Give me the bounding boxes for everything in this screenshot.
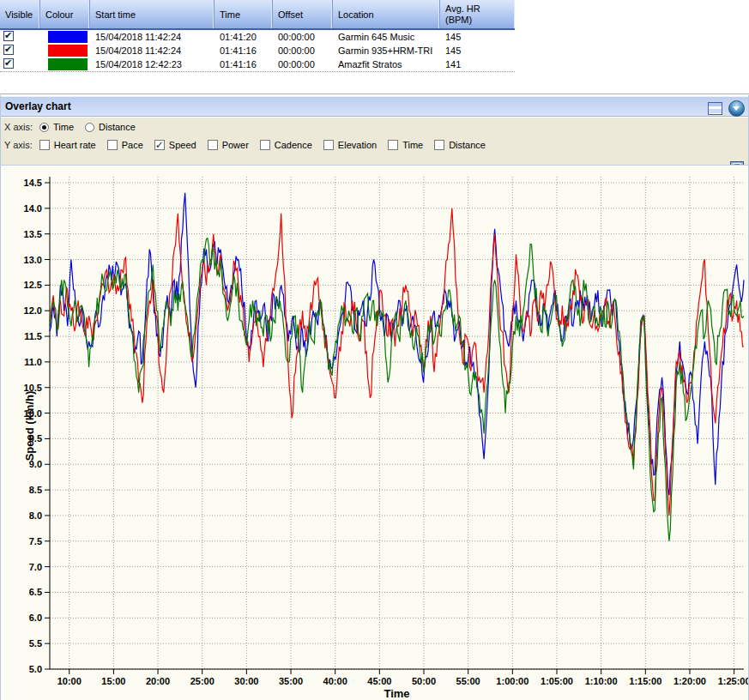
- series-line-amazfit-stratos: [50, 238, 744, 541]
- visible-checkbox[interactable]: [3, 45, 14, 55]
- radio-button[interactable]: [39, 123, 49, 132]
- x-axis-title: Time: [384, 687, 409, 700]
- y-axis-option-power[interactable]: Power: [208, 140, 249, 150]
- y-axis-option-heart-rate[interactable]: Heart rate: [39, 140, 96, 150]
- y-axis-option-distance[interactable]: Distance: [434, 140, 486, 150]
- y-tick-label: 13.5: [24, 229, 42, 239]
- column-header-offset[interactable]: Offset: [273, 0, 333, 28]
- cell-avg-hr: 141: [440, 58, 515, 70]
- y-axis-option-time[interactable]: Time: [388, 140, 423, 150]
- cell-time: 01:41:16: [214, 58, 273, 70]
- column-header-colour[interactable]: Colour: [40, 0, 90, 28]
- y-tick-label: 8.5: [29, 485, 42, 495]
- axis-controls: X axis: Time Distance Y axis: Heart rate…: [1, 118, 748, 165]
- y-axis-option-cadence[interactable]: Cadence: [260, 140, 312, 150]
- cell-offset: 00:00:00: [273, 31, 333, 43]
- colour-swatch[interactable]: [48, 31, 88, 43]
- cell-offset: 00:00:00: [273, 58, 333, 70]
- x-tick-label: 50:00: [412, 676, 436, 686]
- window-layout-icon[interactable]: [708, 102, 722, 115]
- cell-time: 01:41:16: [214, 45, 273, 57]
- column-header-location[interactable]: Location: [333, 0, 440, 28]
- cell-start-time: 15/04/2018 11:42:24: [90, 45, 214, 57]
- y-tick-label: 11.5: [24, 331, 42, 341]
- y-tick-label: 7.0: [29, 562, 42, 572]
- cell-avg-hr: 145: [440, 45, 515, 57]
- y-axis-label: Y axis:: [4, 140, 33, 150]
- y-tick-label: 5.5: [29, 638, 42, 649]
- checkbox[interactable]: [434, 140, 444, 150]
- cell-location: Amazfit Stratos: [333, 58, 440, 70]
- column-header-avg-hr[interactable]: Avg. HR(BPM): [440, 0, 515, 28]
- x-tick-label: 45:00: [367, 676, 391, 686]
- cell-start-time: 15/04/2018 12:42:23: [90, 58, 214, 70]
- colour-swatch[interactable]: [48, 58, 88, 70]
- overlay-chart-canvas[interactable]: 5.05.56.06.57.07.58.08.59.09.510.010.511…: [1, 165, 748, 700]
- collapse-panel-button[interactable]: [728, 100, 745, 117]
- x-tick-label: 20:00: [146, 676, 170, 686]
- x-tick-label: 15:00: [101, 676, 125, 686]
- y-tick-label: 12.5: [24, 280, 42, 290]
- table-header: Visible Colour Start time Time Offset Lo…: [0, 0, 515, 30]
- column-header-time[interactable]: Time: [214, 0, 273, 28]
- x-axis-option-time[interactable]: Time: [39, 122, 74, 132]
- cell-time: 01:41:20: [214, 31, 273, 43]
- x-tick-label: 25:00: [190, 676, 214, 686]
- x-tick-label: 1:10:00: [585, 676, 618, 686]
- y-tick-label: 14.0: [24, 203, 42, 214]
- table-row[interactable]: 15/04/2018 12:42:23 01:41:16 00:00:00 Am…: [0, 57, 515, 72]
- y-tick-label: 12.0: [24, 305, 42, 316]
- radio-button[interactable]: [85, 123, 94, 132]
- cell-offset: 00:00:00: [273, 45, 333, 57]
- x-tick-label: 10:00: [57, 676, 82, 686]
- checkbox[interactable]: [39, 140, 50, 150]
- checkbox[interactable]: [107, 140, 118, 150]
- y-tick-label: 14.5: [24, 178, 42, 188]
- y-axis-option-elevation[interactable]: Elevation: [323, 140, 377, 150]
- y-axis-option-pace[interactable]: Pace: [107, 140, 143, 150]
- y-axis-title: Speed (km/h): [23, 391, 36, 462]
- visible-checkbox[interactable]: [3, 31, 14, 41]
- cell-avg-hr: 145: [440, 31, 515, 43]
- section-divider: [0, 94, 749, 94]
- y-tick-label: 13.0: [24, 255, 42, 265]
- table-row[interactable]: 15/04/2018 11:42:24 01:41:16 00:00:00 Ga…: [0, 44, 515, 58]
- x-tick-label: 40:00: [323, 676, 347, 686]
- speed-chart: 5.05.56.06.57.07.58.08.59.09.510.010.511…: [1, 166, 748, 700]
- checkbox[interactable]: [323, 140, 334, 150]
- x-axis-row: X axis: Time Distance: [4, 122, 147, 132]
- x-tick-label: 30:00: [234, 676, 258, 686]
- overlay-chart-titlebar: Overlay chart: [1, 96, 748, 117]
- x-tick-label: 35:00: [279, 676, 303, 686]
- y-tick-label: 7.5: [29, 536, 42, 546]
- x-tick-label: 1:00:00: [496, 676, 529, 686]
- y-tick-label: 6.0: [29, 612, 42, 623]
- y-axis-row: Y axis: Heart rate Pace Speed Power Cade…: [4, 140, 497, 150]
- x-tick-label: 1:15:00: [629, 676, 661, 686]
- y-tick-label: 6.5: [29, 587, 42, 597]
- checkbox[interactable]: [388, 140, 398, 150]
- y-tick-label: 8.0: [29, 510, 42, 521]
- checkbox[interactable]: [208, 140, 218, 150]
- y-axis-option-speed[interactable]: Speed: [154, 140, 196, 150]
- y-tick-label: 5.0: [29, 664, 42, 674]
- visible-checkbox[interactable]: [3, 58, 14, 69]
- panel-title: Overlay chart: [1, 100, 71, 112]
- overlay-chart-panel: Overlay chart X axis: Time Distance Y ax…: [0, 95, 749, 700]
- x-tick-label: 1:05:00: [541, 676, 573, 686]
- x-tick-label: 1:25:00: [718, 676, 748, 686]
- x-axis-label: X axis:: [4, 122, 33, 132]
- colour-swatch[interactable]: [48, 45, 88, 57]
- x-tick-label: 1:20:00: [673, 676, 706, 686]
- cell-start-time: 15/04/2018 11:42:24: [90, 31, 214, 43]
- series-line-garmin-935-hrm-tri: [50, 208, 744, 516]
- cell-location: Garmin 935+HRM-TRI: [333, 45, 440, 57]
- column-header-start-time[interactable]: Start time: [90, 0, 214, 28]
- checkbox[interactable]: [154, 140, 165, 150]
- cell-location: Garmin 645 Music: [333, 31, 440, 43]
- table-row[interactable]: 15/04/2018 11:42:24 01:41:20 00:00:00 Ga…: [0, 30, 515, 45]
- checkbox[interactable]: [260, 140, 270, 150]
- x-tick-label: 55:00: [456, 676, 480, 686]
- column-header-visible[interactable]: Visible: [0, 0, 40, 28]
- x-axis-option-distance[interactable]: Distance: [85, 122, 136, 132]
